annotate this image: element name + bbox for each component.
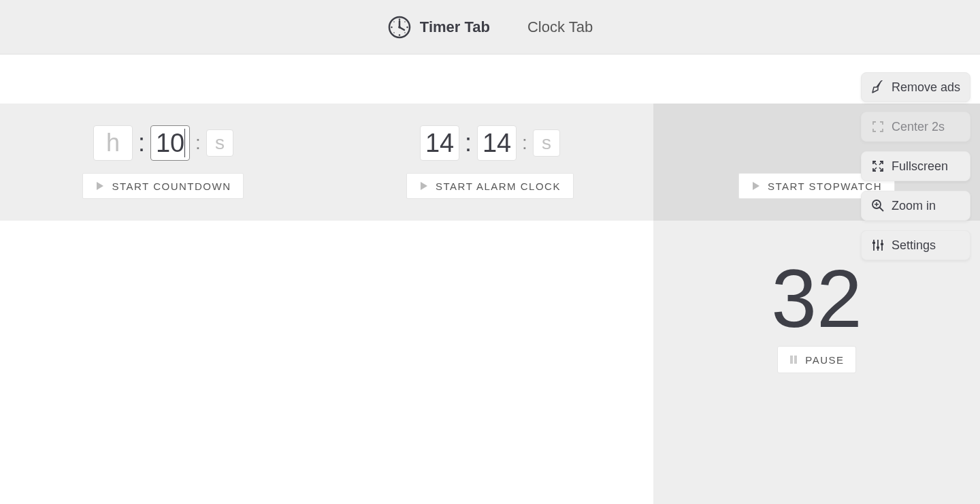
start-countdown-button[interactable]: START COUNTDOWN: [82, 173, 244, 199]
countdown-minutes-value: 10: [156, 129, 184, 158]
center-icon: [871, 120, 885, 133]
text-cursor: [184, 129, 185, 157]
countdown-panel: h : 10 : s START COUNTDOWN: [0, 104, 327, 221]
alarm-hours-input[interactable]: 14: [420, 125, 459, 161]
pause-label: PAUSE: [805, 354, 844, 366]
svg-point-5: [404, 21, 406, 22]
svg-line-16: [879, 208, 883, 212]
svg-line-14: [881, 80, 883, 82]
zoom-in-icon: [871, 199, 885, 212]
remove-ads-label: Remove ads: [892, 80, 960, 95]
countdown-seconds-input[interactable]: s: [206, 129, 233, 157]
alarm-minutes-input[interactable]: 14: [477, 125, 517, 161]
tab-clock-label: Clock Tab: [527, 18, 593, 36]
svg-rect-12: [790, 356, 793, 364]
svg-point-1: [399, 18, 400, 20]
svg-rect-23: [877, 247, 879, 249]
tab-timer[interactable]: Timer Tab: [387, 15, 490, 40]
clock-icon: [387, 15, 412, 40]
colon-separator: :: [194, 132, 202, 154]
colon-separator: :: [521, 132, 529, 154]
right-toolbar: Remove ads Center 2s Fullscreen Zoo: [861, 72, 970, 260]
fullscreen-label: Fullscreen: [892, 159, 948, 174]
countdown-hours-input[interactable]: h: [93, 125, 133, 161]
stopwatch-elapsed: 32: [771, 257, 862, 339]
svg-rect-22: [872, 242, 875, 244]
start-alarm-button[interactable]: START ALARM CLOCK: [406, 173, 574, 199]
center-button[interactable]: Center 2s: [861, 112, 970, 142]
control-strip: h : 10 : s START COUNTDOWN 14 :: [0, 104, 980, 221]
countdown-minutes-input[interactable]: 10: [150, 125, 190, 161]
play-icon: [751, 181, 761, 191]
alarm-panel: 14 : 14 : s START ALARM CLOCK: [327, 104, 653, 221]
svg-rect-24: [881, 243, 883, 245]
alarm-seconds-input[interactable]: s: [533, 129, 560, 157]
start-alarm-label: START ALARM CLOCK: [436, 180, 561, 192]
broom-icon: [871, 80, 885, 94]
svg-point-2: [406, 26, 408, 27]
svg-point-11: [398, 26, 401, 29]
svg-point-4: [391, 26, 392, 27]
svg-point-8: [393, 21, 395, 22]
start-countdown-label: START COUNTDOWN: [112, 180, 231, 192]
zoom-button[interactable]: Zoom in: [861, 191, 970, 221]
header: Timer Tab Clock Tab: [0, 0, 980, 54]
svg-point-6: [404, 32, 406, 33]
tab-clock[interactable]: Clock Tab: [527, 18, 593, 36]
alarm-inputs: 14 : 14 : s: [420, 125, 560, 161]
settings-label: Settings: [892, 238, 936, 253]
remove-ads-button[interactable]: Remove ads: [861, 72, 970, 102]
pause-icon: [789, 355, 798, 364]
svg-point-7: [393, 32, 395, 33]
zoom-label: Zoom in: [892, 199, 936, 213]
colon-separator: :: [463, 129, 473, 157]
tab-timer-label: Timer Tab: [420, 18, 490, 36]
play-icon: [419, 181, 429, 191]
svg-point-3: [399, 34, 400, 35]
svg-rect-13: [794, 356, 797, 364]
countdown-inputs: h : 10 : s: [93, 125, 233, 161]
center-label: Center 2s: [892, 120, 945, 134]
pause-button[interactable]: PAUSE: [777, 346, 855, 373]
colon-separator: :: [137, 129, 146, 157]
settings-button[interactable]: Settings: [861, 230, 970, 260]
sliders-icon: [871, 238, 885, 252]
fullscreen-button[interactable]: Fullscreen: [861, 151, 970, 181]
fullscreen-icon: [871, 159, 885, 173]
play-icon: [95, 181, 105, 191]
